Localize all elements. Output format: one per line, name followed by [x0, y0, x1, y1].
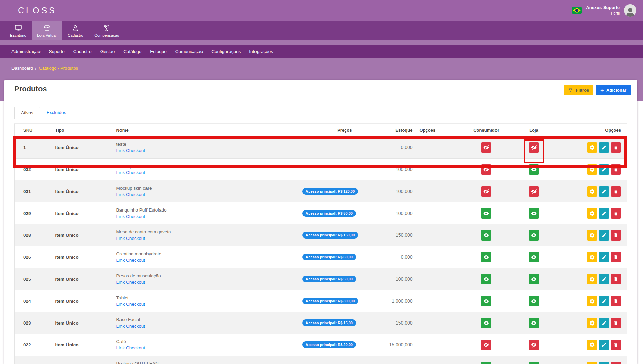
edit-button[interactable]: [599, 142, 609, 153]
store-visibility-button[interactable]: [529, 318, 539, 328]
avatar[interactable]: [624, 4, 636, 17]
price-badge: Acesso principal: R$ 50,00: [302, 210, 356, 217]
consumer-visibility-button[interactable]: [481, 230, 491, 241]
edit-button[interactable]: [599, 164, 609, 175]
settings-button[interactable]: [587, 252, 597, 262]
consumer-visibility-button[interactable]: [481, 296, 491, 306]
checkout-link[interactable]: Link Checkout: [116, 302, 145, 307]
edit-button[interactable]: [599, 296, 609, 306]
nav-item-estoque[interactable]: Estoque: [150, 49, 167, 54]
settings-button[interactable]: [587, 208, 597, 219]
checkout-link[interactable]: Link Checkout: [116, 192, 145, 197]
settings-button[interactable]: [587, 186, 597, 197]
settings-button[interactable]: [587, 274, 597, 284]
checkout-link[interactable]: Link Checkout: [116, 236, 145, 241]
profile-link[interactable]: Perfil: [586, 11, 620, 16]
consumer-visibility-button[interactable]: [481, 142, 491, 153]
nav-item-administracao[interactable]: Administração: [11, 49, 41, 54]
checkout-link[interactable]: Link Checkout: [116, 258, 145, 263]
delete-button[interactable]: [611, 318, 621, 328]
delete-button[interactable]: [611, 208, 621, 219]
nav-item-configuracoes[interactable]: Configurações: [211, 49, 241, 54]
module-tab-compensacao[interactable]: Compensação: [89, 21, 125, 40]
delete-button[interactable]: [611, 142, 621, 153]
edit-button[interactable]: [599, 252, 609, 262]
store-visibility-button[interactable]: [529, 230, 539, 241]
table-row: 023Item ÚnicoBase FacialLink CheckoutAce…: [15, 312, 627, 334]
nav-item-cadastro[interactable]: Cadastro: [73, 49, 92, 54]
store-visibility-button[interactable]: [529, 164, 539, 175]
delete-button[interactable]: [611, 296, 621, 306]
edit-button[interactable]: [599, 318, 609, 328]
store-icon: [43, 24, 51, 32]
edit-button[interactable]: [599, 340, 609, 350]
brazil-flag-icon[interactable]: [572, 7, 582, 14]
checkout-link[interactable]: Link Checkout: [116, 170, 145, 175]
edit-button[interactable]: [599, 208, 609, 219]
store-visibility-button[interactable]: [529, 362, 539, 364]
filters-button[interactable]: Filtros: [564, 85, 593, 95]
edit-button[interactable]: [599, 186, 609, 197]
delete-button[interactable]: [611, 164, 621, 175]
store-visibility-button[interactable]: [529, 340, 539, 350]
settings-button[interactable]: [587, 142, 597, 153]
delete-button[interactable]: [611, 186, 621, 197]
module-tab-cadastro[interactable]: Cadastro: [62, 21, 89, 40]
consumer-visibility-button[interactable]: [481, 362, 491, 364]
row-actions: [587, 164, 621, 175]
settings-button[interactable]: [587, 362, 597, 364]
tab-ativos[interactable]: Ativos: [14, 107, 40, 119]
settings-button[interactable]: [587, 340, 597, 350]
options-empty-cell: [416, 137, 459, 159]
nav-item-suporte[interactable]: Suporte: [49, 49, 65, 54]
edit-button[interactable]: [599, 362, 609, 364]
row-actions: [587, 362, 621, 364]
tab-excluidos[interactable]: Excluídos: [40, 106, 73, 119]
consumer-visibility-button[interactable]: [481, 318, 491, 328]
checkout-link[interactable]: Link Checkout: [116, 148, 145, 153]
consumer-visibility-button[interactable]: [481, 186, 491, 197]
delete-button[interactable]: [611, 252, 621, 262]
module-tab-loja-virtual[interactable]: Loja Virtual: [32, 21, 62, 40]
delete-button[interactable]: [611, 340, 621, 350]
consumer-visibility-button[interactable]: [481, 274, 491, 284]
store-visibility-button[interactable]: [529, 142, 539, 153]
store-visibility-button[interactable]: [529, 252, 539, 262]
nav-item-gestao[interactable]: Gestão: [100, 49, 115, 54]
settings-button[interactable]: [587, 296, 597, 306]
nav-item-comunicacao[interactable]: Comunicação: [175, 49, 203, 54]
eye-icon: [483, 232, 489, 239]
checkout-link[interactable]: Link Checkout: [116, 345, 145, 351]
settings-button[interactable]: [587, 230, 597, 241]
delete-button[interactable]: [611, 230, 621, 241]
content-card: Produtos Filtros + Adicionar AtivosExclu…: [4, 80, 637, 364]
eye-slash-icon: [531, 144, 537, 151]
product-name: Mockup saúde: [116, 164, 302, 169]
breadcrumb-root[interactable]: Dashboard: [11, 66, 33, 71]
nav-item-integracoes[interactable]: Integrações: [249, 49, 273, 54]
checkout-link[interactable]: Link Checkout: [116, 280, 145, 285]
store-visibility-button[interactable]: [529, 296, 539, 306]
consumer-visibility-button[interactable]: [481, 164, 491, 175]
settings-button[interactable]: [587, 164, 597, 175]
consumer-visibility-button[interactable]: [481, 208, 491, 219]
store-visibility-button[interactable]: [529, 186, 539, 197]
row-actions: [587, 252, 621, 262]
edit-button[interactable]: [599, 274, 609, 284]
checkout-link[interactable]: Link Checkout: [116, 324, 145, 329]
module-tab-label: Loja Virtual: [37, 33, 56, 37]
checkout-link[interactable]: Link Checkout: [116, 214, 145, 219]
add-button[interactable]: + Adicionar: [596, 85, 631, 95]
store-visibility-button[interactable]: [529, 274, 539, 284]
settings-button[interactable]: [587, 318, 597, 328]
type-value: Item Único: [55, 255, 79, 260]
delete-button[interactable]: [611, 274, 621, 284]
store-visibility-button[interactable]: [529, 208, 539, 219]
consumer-visibility-button[interactable]: [481, 340, 491, 350]
consumer-visibility-button[interactable]: [481, 252, 491, 262]
edit-button[interactable]: [599, 230, 609, 241]
nav-item-catalogo[interactable]: Catálogo: [123, 49, 141, 54]
stock-value: 100,000: [396, 211, 413, 216]
module-tab-escritorio[interactable]: Escritório: [5, 21, 32, 40]
delete-button[interactable]: [611, 362, 621, 364]
